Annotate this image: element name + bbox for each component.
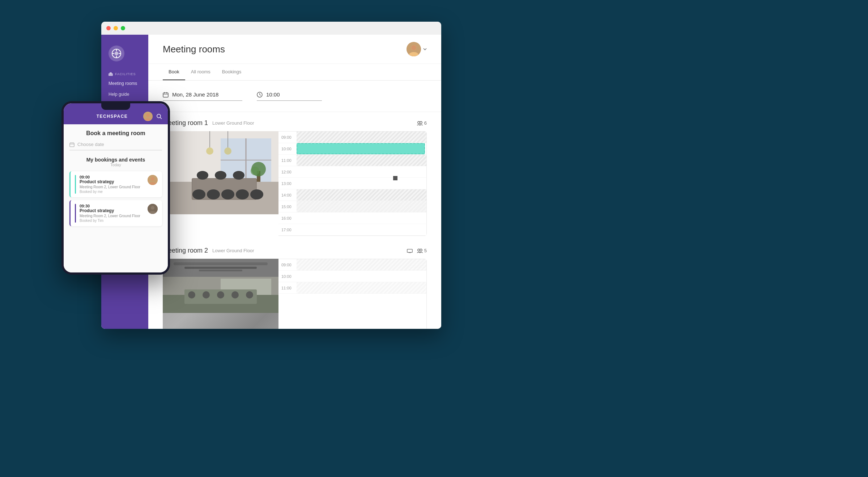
- svg-point-79: [151, 206, 154, 210]
- mobile-bookings-subtitle: Today: [69, 163, 162, 167]
- schedule-row-1300[interactable]: 13:00: [278, 178, 426, 189]
- room-1-capacity: 6: [417, 120, 427, 126]
- svg-point-43: [251, 167, 259, 175]
- svg-rect-56: [199, 270, 242, 271]
- svg-point-1: [115, 52, 118, 55]
- capacity-icon-2: [417, 249, 423, 253]
- room-1-schedule: 09:00 10:00 11:00 12:00: [278, 131, 427, 236]
- app-logo: [109, 46, 124, 61]
- mobile-booking-time-bar: [75, 175, 76, 194]
- mobile-user-avatar[interactable]: [143, 112, 153, 121]
- mobile-search-icon[interactable]: [156, 113, 162, 119]
- sidebar-meeting-rooms[interactable]: Meeting rooms: [109, 80, 141, 87]
- schedule-row-1400[interactable]: 14:00: [278, 189, 426, 201]
- svg-point-38: [197, 171, 208, 180]
- time-input-group[interactable]: 10:00: [257, 91, 322, 101]
- logo-icon: [111, 48, 122, 59]
- svg-point-50: [418, 249, 420, 251]
- booking-1-location: Meeting Room 2, Lower Ground Floor: [80, 185, 144, 189]
- close-button[interactable]: [106, 26, 111, 30]
- svg-point-34: [207, 189, 220, 199]
- capacity-icon: [417, 121, 423, 125]
- room-1-photo: [163, 131, 278, 214]
- maximize-button[interactable]: [121, 26, 125, 30]
- svg-point-67: [146, 113, 150, 117]
- svg-line-70: [160, 117, 162, 119]
- mobile-booking-card-1[interactable]: 09:00 Product strategy Meeting Room 2, L…: [69, 171, 162, 197]
- svg-point-40: [233, 171, 244, 180]
- mobile-avatar-img: [143, 112, 153, 121]
- room-1-floor: Lower Ground Floor: [212, 120, 254, 126]
- facilities-icon: [109, 72, 113, 76]
- minimize-button[interactable]: [114, 26, 118, 30]
- date-value: Mon, 28 June 2018: [172, 91, 218, 98]
- svg-rect-71: [70, 143, 74, 147]
- schedule-row-1500[interactable]: 15:00: [278, 201, 426, 212]
- svg-rect-63: [217, 291, 224, 298]
- booking-2-time: 09:30: [80, 204, 144, 208]
- schedule-row-1100[interactable]: 11:00: [278, 155, 426, 166]
- tab-book[interactable]: Book: [163, 64, 185, 80]
- mobile-date-placeholder: Choose date: [77, 142, 104, 147]
- booking-2-avatar: [148, 204, 158, 214]
- svg-line-22: [260, 95, 261, 95]
- time-value: 10:00: [266, 91, 280, 98]
- room-2-image: [163, 259, 278, 329]
- svg-rect-48: [407, 249, 412, 252]
- room-2-body: 09:00 10:00 11:00: [163, 259, 427, 329]
- svg-rect-16: [163, 93, 168, 97]
- mobile-calendar-icon: [69, 142, 75, 147]
- svg-rect-54: [174, 262, 268, 265]
- mobile-notch: [101, 103, 130, 110]
- svg-point-39: [215, 171, 226, 180]
- user-menu[interactable]: [407, 42, 427, 56]
- rooms-section: Meeting room 1 Lower Ground Floor 6: [148, 112, 441, 329]
- room-2-photo: [163, 259, 278, 313]
- main-content: Meeting rooms Book All rooms Bo: [148, 35, 441, 329]
- room-1-header: Meeting room 1 Lower Ground Floor 6: [163, 119, 427, 127]
- svg-point-23: [418, 121, 420, 124]
- tab-bar: Book All rooms Bookings: [148, 64, 441, 81]
- schedule-row-1700[interactable]: 17:00: [278, 224, 426, 236]
- mobile-app-name: TECHSPACE: [97, 114, 128, 119]
- booking-1-time: 09:00: [80, 175, 144, 179]
- mobile-header-icons: [143, 112, 162, 121]
- schedule-row-1600[interactable]: 16:00: [278, 212, 426, 224]
- room2-schedule-row-1000[interactable]: 10:00: [278, 271, 426, 282]
- svg-rect-7: [110, 72, 112, 74]
- booking-1-by: Booked by me: [80, 190, 144, 194]
- svg-point-69: [157, 114, 161, 118]
- booking-1-details: 09:00 Product strategy Meeting Room 2, L…: [80, 175, 144, 194]
- schedule-row-0900[interactable]: 09:00: [278, 132, 426, 143]
- booking-2-details: 09:30 Product strategy Meeting Room 2, L…: [80, 204, 144, 223]
- room-2-header: Meeting room 2 Lower Ground Floor: [163, 247, 427, 254]
- mobile-section-title: Book a meeting room: [69, 130, 162, 137]
- chevron-down-icon: [423, 48, 427, 50]
- room-1-body: 09:00 10:00 11:00 12:00: [163, 131, 427, 236]
- tab-bookings[interactable]: Bookings: [216, 64, 247, 80]
- room-card-1: Meeting room 1 Lower Ground Floor 6: [163, 119, 427, 236]
- booking-1-avatar-img: [148, 175, 158, 185]
- mobile-date-input[interactable]: Choose date: [69, 142, 162, 150]
- facilities-section-label: FACILITIES: [109, 72, 141, 76]
- main-header: Meeting rooms: [148, 35, 441, 64]
- sidebar-help-guide[interactable]: Help guide: [109, 90, 141, 98]
- clock-icon: [257, 92, 263, 98]
- mobile-bookings-title: My bookings and events: [69, 157, 162, 163]
- mobile-booking-card-2[interactable]: 09:30 Product strategy Meeting Room 2, L…: [69, 200, 162, 226]
- room2-schedule-row-1100[interactable]: 11:00: [278, 282, 426, 294]
- booking-2-name: Product strategy: [80, 208, 144, 213]
- mobile-content: Book a meeting room Choose date My booki…: [64, 124, 168, 272]
- window-titlebar: [101, 22, 441, 35]
- room-2-floor: Lower Ground Floor: [212, 248, 254, 253]
- room2-schedule-row-0900[interactable]: 09:00: [278, 259, 426, 271]
- schedule-row-1200[interactable]: 12:00: [278, 166, 426, 178]
- svg-point-76: [151, 177, 154, 181]
- svg-point-36: [236, 189, 249, 199]
- svg-rect-55: [184, 267, 257, 269]
- schedule-row-1000-selected[interactable]: 10:00: [278, 143, 426, 155]
- date-input-group[interactable]: Mon, 28 June 2018: [163, 91, 242, 101]
- mobile-device: TECHSPACE Book a meeting room: [61, 101, 170, 275]
- svg-rect-6: [109, 73, 113, 76]
- tab-all-rooms[interactable]: All rooms: [185, 64, 216, 80]
